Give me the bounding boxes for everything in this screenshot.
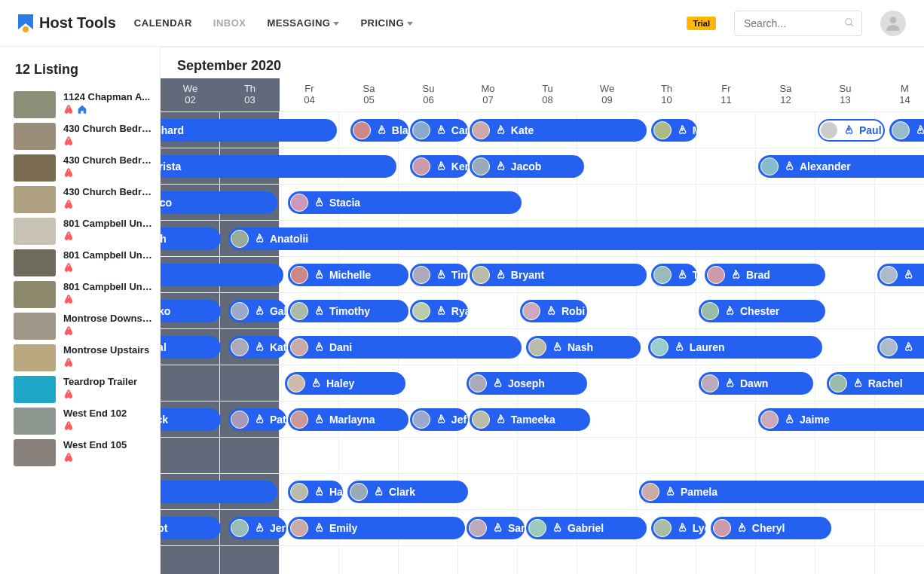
listing-row[interactable]: 430 Church Bedro...	[14, 123, 152, 150]
booking-pill[interactable]: Tim	[410, 264, 468, 286]
booking-pill[interactable]: Sar	[467, 517, 525, 539]
guest-name: Richard	[161, 124, 184, 136]
booking-pill[interactable]: Scot	[161, 517, 221, 539]
booking-pill[interactable]: Gab	[228, 300, 286, 322]
booking-pill[interactable]: Lyd	[651, 517, 706, 539]
svg-point-24	[907, 273, 910, 275]
listing-thumb	[14, 154, 56, 182]
booking-pill[interactable]: Michelle	[288, 264, 408, 286]
search-input[interactable]	[734, 11, 862, 36]
channel-icons	[63, 262, 152, 273]
listing-row[interactable]: 801 Campbell Uni...	[14, 218, 152, 245]
booking-pill[interactable]: Haley	[285, 372, 405, 395]
listing-name: 430 Church Bedro...	[63, 123, 152, 134]
booking-pill[interactable]: Ten	[651, 264, 697, 286]
booking-pill[interactable]: Ker	[410, 155, 468, 178]
booking-pill[interactable]: Dani	[288, 336, 522, 359]
booking-pill[interactable]: Gabriel	[526, 517, 647, 539]
booking-pill[interactable]: Francisco	[161, 191, 277, 214]
nav-pricing[interactable]: PRICING	[360, 17, 413, 29]
listing-row[interactable]: Montrose Downst...	[14, 313, 152, 340]
airbnb-icon	[435, 160, 447, 173]
svg-point-27	[318, 309, 320, 311]
booking-pill[interactable]: Robi	[520, 300, 587, 322]
booking-pill[interactable]: Muh	[161, 227, 221, 250]
svg-point-50	[669, 490, 672, 492]
booking-pill[interactable]: Timothy	[288, 300, 408, 322]
logo[interactable]: Host Tools	[18, 14, 116, 32]
booking-pill[interactable]: Kat	[228, 336, 286, 359]
booking-pill[interactable]: Pamela	[639, 481, 924, 503]
listing-row[interactable]: 801 Campbell Uni...	[14, 281, 152, 308]
listing-row[interactable]: 1124 Chapman A...	[14, 91, 152, 118]
nav-messaging[interactable]: MESSAGING	[267, 17, 339, 29]
day-header: Tu08	[518, 78, 577, 111]
guest-name: Pat	[270, 414, 286, 426]
booking-pill[interactable]: Alexander	[758, 155, 924, 178]
booking-pill[interactable]: Cheryl	[711, 517, 831, 539]
booking-pill[interactable]: Rachel	[827, 372, 924, 395]
listing-row[interactable]: West End 105	[14, 439, 152, 466]
calendar-body[interactable]: RichardBlaCarKateMaPaulChristaKerJacobAl…	[161, 112, 924, 574]
listing-row[interactable]: Montrose Upstairs	[14, 344, 152, 371]
guest-avatar	[472, 411, 490, 429]
booking-pill[interactable]: Paul	[818, 119, 885, 142]
booking-pill[interactable]: Erin	[161, 264, 283, 286]
booking-pill[interactable]: Bla	[350, 119, 408, 142]
booking-pill[interactable]: Joseph	[467, 372, 587, 395]
booking-pill[interactable]: Bryant	[470, 264, 647, 286]
svg-point-15	[318, 200, 320, 203]
guest-avatar	[412, 266, 430, 284]
booking-pill[interactable]: Eval	[161, 336, 221, 359]
svg-point-2	[890, 17, 897, 23]
listing-row[interactable]: 430 Church Bedro...	[14, 154, 152, 182]
listing-row[interactable]: 801 Campbell Uni...	[14, 249, 152, 276]
booking-pill[interactable]	[877, 264, 924, 286]
listing-thumb	[14, 376, 56, 403]
booking-pill[interactable]: Chester	[699, 300, 825, 322]
channel-icons	[63, 199, 152, 209]
booking-pill[interactable]: Christa	[161, 155, 396, 178]
svg-point-17	[259, 237, 261, 239]
booking-pill[interactable]: Gina	[161, 481, 277, 503]
booking-pill[interactable]	[877, 336, 924, 359]
airbnb-icon	[310, 377, 322, 389]
booking-pill[interactable]: Dawn	[699, 372, 813, 395]
user-avatar[interactable]	[880, 11, 906, 36]
booking-pill[interactable]: Brad	[705, 264, 825, 286]
booking-pill[interactable]: Ma	[651, 119, 697, 142]
listing-row[interactable]: 430 Church Bedro...	[14, 186, 152, 213]
booking-pill[interactable]: Jef	[410, 408, 468, 431]
nav-calendar[interactable]: CALENDAR	[134, 17, 192, 29]
listing-row[interactable]: West End 102	[14, 408, 152, 435]
booking-pill[interactable]: Jaime	[758, 408, 924, 431]
airbnb-icon	[253, 414, 265, 426]
listing-row[interactable]: Teardrop Trailer	[14, 376, 152, 403]
nav-inbox[interactable]: INBOX	[213, 17, 246, 29]
booking-pill[interactable]: Pat	[228, 408, 286, 431]
guest-name: Tim	[451, 269, 468, 281]
airbnb-icon	[435, 305, 447, 317]
booking-pill[interactable]: Nash	[526, 336, 641, 359]
booking-pill[interactable]: Stacia	[288, 191, 522, 214]
booking-pill[interactable]	[889, 119, 924, 142]
booking-pill[interactable]: Anatolii	[228, 227, 924, 250]
booking-pill[interactable]: Jer	[228, 517, 286, 539]
calendar: September 2020 We02Th03Fr04Sa05Su06Mo07T…	[160, 47, 924, 574]
booking-pill[interactable]: Hal	[288, 481, 343, 503]
svg-point-48	[318, 490, 320, 492]
booking-pill[interactable]: Dako	[161, 300, 221, 322]
booking-pill[interactable]: Clark	[347, 481, 468, 503]
booking-pill[interactable]: Car	[410, 119, 468, 142]
booking-pill[interactable]: Marlayna	[288, 408, 408, 431]
booking-pill[interactable]: Jacob	[470, 155, 584, 178]
guest-name: Tameeka	[511, 414, 555, 426]
booking-pill[interactable]: Kate	[470, 119, 647, 142]
booking-pill[interactable]: Jack	[161, 408, 221, 431]
booking-pill[interactable]: Lauren	[648, 336, 822, 359]
booking-pill[interactable]: Rya	[410, 300, 468, 322]
listing-thumb	[14, 408, 56, 435]
booking-pill[interactable]: Emily	[288, 517, 465, 539]
booking-pill[interactable]: Tameeka	[470, 408, 590, 431]
booking-pill[interactable]: Richard	[161, 119, 337, 142]
